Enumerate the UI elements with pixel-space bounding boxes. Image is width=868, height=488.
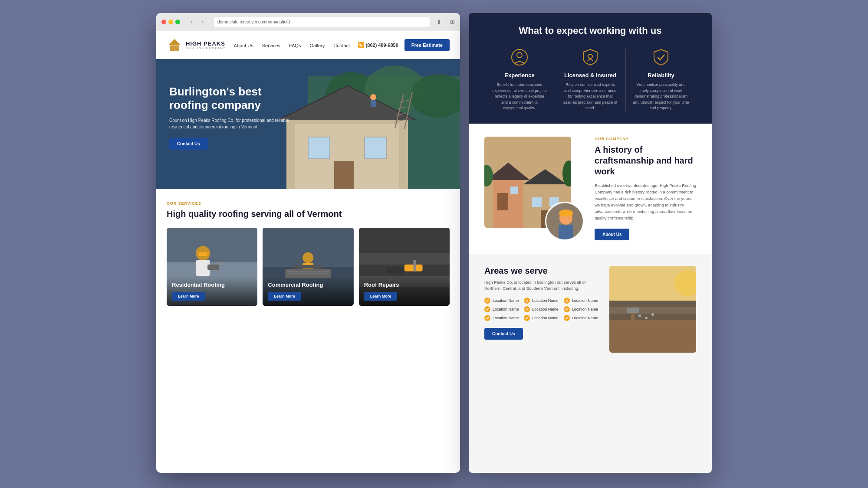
areas-content: Areas we serve High Peaks Co. is located… <box>484 266 601 461</box>
free-estimate-button[interactable]: Free Estimate <box>404 39 450 51</box>
company-section: OUR COMPANY A history of craftsmanship a… <box>469 124 712 254</box>
site-nav: HIGH PEAKS ROOFING COMPANY About Us Serv… <box>156 31 460 59</box>
svg-rect-45 <box>404 265 422 272</box>
svg-rect-14 <box>308 137 330 159</box>
company-image-wrap <box>484 137 584 241</box>
licensed-icon <box>582 49 599 66</box>
svg-point-23 <box>370 94 376 100</box>
svg-point-50 <box>588 54 592 59</box>
svg-rect-72 <box>609 307 696 314</box>
svg-rect-31 <box>217 262 220 265</box>
list-item: Location Name <box>564 315 601 321</box>
svg-marker-1 <box>168 39 181 45</box>
browser-nav-controls: ‹ › <box>187 18 207 26</box>
svg-rect-67 <box>559 213 572 216</box>
services-label: OUR SERVICES <box>167 201 450 206</box>
residential-learn-more[interactable]: Learn More <box>172 292 205 301</box>
right-panel: What to expect working with us Experienc… <box>469 13 712 473</box>
logo-text: HIGH PEAKS ROOFING COMPANY <box>186 41 226 49</box>
svg-rect-55 <box>510 187 518 194</box>
list-item: Location Name <box>564 298 601 304</box>
svg-rect-28 <box>198 252 207 256</box>
list-item: Location Name <box>524 306 561 312</box>
areas-desc: High Peaks Co. is located in Burlington … <box>484 279 601 292</box>
svg-rect-54 <box>497 193 508 210</box>
expect-section: What to expect working with us Experienc… <box>469 13 712 124</box>
close-dot[interactable] <box>161 20 166 24</box>
maximize-dot[interactable] <box>175 20 180 24</box>
repairs-title: Roof Repairs <box>364 282 444 288</box>
desktop: ‹ › demo.clutchcreativeco.com/mansfield … <box>0 0 868 488</box>
company-desc: Established over two decades ago, High P… <box>595 182 696 222</box>
minimize-dot[interactable] <box>168 20 173 24</box>
company-text: OUR COMPANY A history of craftsmanship a… <box>595 137 696 240</box>
list-item: Location Name <box>524 298 561 304</box>
areas-image <box>609 266 696 353</box>
commercial-card: Commercial Roofing Learn More <box>263 228 353 306</box>
check-icon <box>524 298 530 304</box>
service-cards: Residential Roofing Learn More <box>167 228 450 306</box>
phone-number: (802) 489-6850 <box>358 42 398 48</box>
company-title: A history of craftsmanship and hard work <box>595 144 696 177</box>
grid-icon[interactable]: ⊞ <box>450 19 455 25</box>
svg-rect-58 <box>532 197 542 207</box>
nav-logo: HIGH PEAKS ROOFING COMPANY <box>167 37 226 53</box>
browser-chrome: ‹ › demo.clutchcreativeco.com/mansfield … <box>156 13 460 31</box>
nav-gallery[interactable]: Gallery <box>309 41 325 49</box>
locations-grid: Location Name Location Name Location Nam… <box>484 298 601 321</box>
list-item: Location Name <box>524 315 561 321</box>
site-content: HIGH PEAKS ROOFING COMPANY About Us Serv… <box>156 31 460 473</box>
back-button[interactable]: ‹ <box>187 18 196 26</box>
areas-contact-button[interactable]: Contact Us <box>484 328 523 340</box>
experience-desc: Benefit from our seasoned experience, wh… <box>491 82 548 111</box>
services-section: OUR SERVICES High quality roofing servin… <box>156 189 460 318</box>
check-icon <box>524 315 530 321</box>
svg-rect-75 <box>627 308 639 313</box>
repairs-card: Roof Repairs Learn More <box>359 228 450 306</box>
areas-title: Areas we serve <box>484 266 601 276</box>
repairs-overlay: Roof Repairs Learn More <box>359 276 450 306</box>
experience-title: Experience <box>491 72 548 79</box>
company-worker-image <box>545 202 584 241</box>
reliability-title: Reliability <box>633 72 689 79</box>
nav-right: (802) 489-6850 Free Estimate <box>358 39 450 51</box>
about-us-button[interactable]: About Us <box>595 229 629 240</box>
nav-about[interactable]: About Us <box>233 41 253 49</box>
company-label: OUR COMPANY <box>595 137 696 141</box>
commercial-learn-more[interactable]: Learn More <box>268 292 301 301</box>
repairs-learn-more[interactable]: Learn More <box>364 292 398 301</box>
features-grid: Experience Benefit from our seasoned exp… <box>484 49 696 111</box>
reliability-desc: We prioritize punctuality and timely com… <box>633 82 689 111</box>
svg-rect-46 <box>386 267 404 274</box>
nav-contact[interactable]: Contact <box>333 41 350 49</box>
check-icon <box>564 306 570 312</box>
svg-rect-16 <box>334 161 354 189</box>
traffic-lights <box>161 20 180 24</box>
experience-icon <box>511 49 528 66</box>
svg-rect-65 <box>559 225 573 241</box>
residential-overlay: Residential Roofing Learn More <box>167 276 257 306</box>
new-tab-icon[interactable]: + <box>444 19 447 25</box>
check-icon <box>524 306 530 312</box>
check-icon <box>484 315 490 321</box>
address-bar[interactable]: demo.clutchcreativeco.com/mansfield <box>214 17 430 27</box>
svg-rect-71 <box>609 301 696 307</box>
svg-rect-47 <box>413 260 415 271</box>
nav-services[interactable]: Services <box>262 41 280 49</box>
url-text: demo.clutchcreativeco.com/mansfield <box>217 20 290 24</box>
share-icon[interactable]: ⬆ <box>437 19 441 25</box>
hero-contact-button[interactable]: Contact Us <box>169 138 208 150</box>
list-item: Location Name <box>484 298 521 304</box>
services-title: High quality roofing serving all of Verm… <box>167 209 450 219</box>
svg-rect-15 <box>365 137 386 159</box>
nav-links: About Us Services FAQs Gallery Contact <box>233 41 350 49</box>
svg-point-77 <box>645 317 648 319</box>
feature-licensed: Licensed & Insured Rely on our licensed … <box>555 49 626 111</box>
forward-button[interactable]: › <box>198 18 207 26</box>
logo-icon <box>167 37 182 53</box>
nav-faqs[interactable]: FAQs <box>289 41 301 49</box>
licensed-title: Licensed & Insured <box>562 72 618 79</box>
reliability-icon <box>652 49 670 66</box>
hero-section: Burlington's best roofing company Count … <box>156 59 460 189</box>
logo-main: HIGH PEAKS <box>186 41 226 46</box>
